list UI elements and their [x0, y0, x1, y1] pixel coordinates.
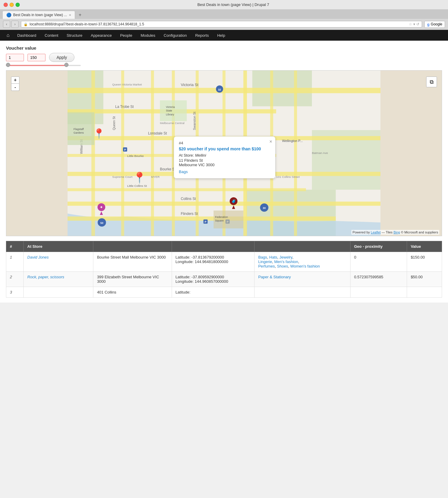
svg-text:Wellington P...: Wellington P... [282, 139, 303, 143]
store-link-rock-paper-scissors[interactable]: Rock, paper, scissors [27, 275, 64, 279]
svg-rect-15 [151, 71, 154, 236]
admin-nav: ⌂ Dashboard Content Structure Appearance… [0, 30, 448, 41]
nav-appearance[interactable]: Appearance [87, 30, 116, 41]
reload-icon[interactable]: ↺ [416, 22, 419, 26]
tag-hats[interactable]: Hats [269, 255, 277, 259]
svg-rect-53 [160, 100, 187, 121]
back-button[interactable]: ‹ [3, 21, 10, 28]
popup-address-line2: Melbourne VIC 3000 [179, 163, 214, 167]
row-3-geo [350, 287, 407, 298]
new-tab-button[interactable]: + [76, 11, 84, 19]
window-chrome: Best Deals in town (page View) | Drupal … [0, 0, 448, 10]
tag-lingerie[interactable]: Lingerie [258, 259, 272, 264]
apply-button[interactable]: Apply [49, 53, 74, 62]
nav-content[interactable]: Content [40, 30, 63, 41]
home-nav-button[interactable]: ⌂ [3, 30, 13, 41]
bing-link[interactable]: Bing [394, 230, 400, 234]
map-pin-blue[interactable]: 📍 [133, 172, 146, 184]
tag-perfumes[interactable]: Perfumes [258, 264, 275, 268]
maximize-button[interactable] [16, 3, 20, 7]
nav-dashboard[interactable]: Dashboard [13, 30, 41, 41]
tag-bags[interactable]: Bags [258, 255, 267, 259]
map-layers-button[interactable]: ⧉ [426, 77, 437, 87]
store-link-david-jones[interactable]: David Jones [27, 255, 49, 259]
popup-tag[interactable]: Bags [179, 169, 270, 174]
row-1-geo: 0 [350, 252, 407, 272]
row-2-num: 2 [6, 272, 24, 287]
tag-jewelry[interactable]: Jewelry [279, 255, 292, 259]
row-1-coords: Latitude: -37.813679200000 Longitude: 14… [172, 252, 255, 272]
dropdown-icon[interactable]: ▾ [413, 22, 415, 26]
table-header: # At Store Geo - proximity Value [6, 241, 442, 252]
forward-button[interactable]: › [11, 21, 19, 28]
svg-marker-67 [232, 205, 235, 209]
svg-text:Federation: Federation [215, 216, 228, 219]
row-2-address: 399 Elizabeth Street Melbourne VIC 3000 [93, 272, 172, 287]
table-row: 1 David Jones Bourke Street Mall Melbour… [6, 252, 442, 272]
search-box[interactable]: g Google [424, 21, 445, 28]
nav-people[interactable]: People [116, 30, 136, 41]
table-header-row: # At Store Geo - proximity Value [6, 241, 442, 252]
voucher-min-input[interactable] [6, 54, 24, 61]
map-pin-red[interactable]: 🧳 [229, 197, 238, 211]
svg-text:Library: Library [166, 113, 174, 116]
map-pin-green[interactable]: 📍 [93, 128, 105, 139]
tab-close-button[interactable]: ✕ [69, 13, 71, 17]
voucher-max-input[interactable] [28, 54, 45, 61]
tab-label: Best Deals in town (page View) ... [13, 13, 67, 17]
popup-address: 11 Flinders St Melbourne VIC 3000 [179, 158, 270, 167]
svg-text:101 Collins Street: 101 Collins Street [276, 175, 300, 178]
tag-womens-fashion[interactable]: Women's fashion [290, 264, 320, 268]
map-attribution: Powered by Leaflet — Tiles Bing © Micros… [351, 230, 439, 235]
minimize-button[interactable] [10, 3, 14, 7]
svg-text:Melbourne Central: Melbourne Central [160, 121, 185, 125]
svg-marker-64 [100, 211, 103, 215]
tag-shoes[interactable]: Shoes [277, 264, 288, 268]
svg-text:MYER: MYER [151, 175, 160, 178]
tab-bar: 🔵 Best Deals in town (page View) ... ✕ + [0, 10, 448, 19]
svg-text:32: 32 [218, 88, 221, 91]
zoom-in-button[interactable]: + [11, 77, 19, 84]
svg-text:P: P [205, 220, 206, 223]
voucher-section: Voucher value Apply [6, 45, 442, 67]
window-title: Best Deals in town (page View) | Drupal … [22, 2, 444, 7]
nav-structure[interactable]: Structure [63, 30, 87, 41]
address-bar[interactable]: 🔒 localhost:8888/drupal7/best-deals-in-t… [21, 21, 422, 28]
row-2-coords: Latitude: -37.809592900000 Longitude: 14… [172, 272, 255, 287]
url-text: localhost:8888/drupal7/best-deals-in-tow… [30, 22, 409, 26]
svg-text:Supreme Court: Supreme Court [112, 175, 132, 178]
table-row: 2 Rock, paper, scissors 399 Elizabeth St… [6, 272, 442, 287]
nav-configuration[interactable]: Configuration [159, 30, 191, 41]
range-slider[interactable] [6, 64, 81, 67]
range-thumb-left[interactable] [6, 63, 10, 67]
location-icon: 🔒 [24, 22, 28, 26]
svg-rect-14 [121, 71, 124, 236]
map-container[interactable]: Victoria St La Trobe St Lonsdale St Bour… [6, 70, 442, 236]
nav-help[interactable]: Help [213, 30, 229, 41]
traffic-lights [4, 3, 20, 7]
tag-paper-stationary[interactable]: Paper & Stationary [258, 275, 291, 279]
row-1-num: 1 [6, 252, 24, 272]
zoom-out-button[interactable]: - [11, 84, 19, 91]
browser-tab[interactable]: 🔵 Best Deals in town (page View) ... ✕ [2, 11, 75, 19]
range-fill [6, 65, 66, 66]
svg-text:Victoria St: Victoria St [181, 83, 199, 87]
range-thumb-right[interactable] [64, 63, 68, 67]
svg-text:🧳: 🧳 [231, 199, 237, 204]
tag-mens-fashion[interactable]: Men's fashion [274, 259, 298, 264]
svg-text:✦: ✦ [100, 205, 103, 210]
col-header-coords [172, 241, 255, 252]
address-actions: ☆ ▾ ↺ [409, 22, 419, 26]
col-header-value: Value [407, 241, 442, 252]
popup-close-button[interactable]: × [269, 139, 272, 144]
leaflet-link[interactable]: Leaflet [371, 230, 381, 234]
nav-modules[interactable]: Modules [136, 30, 159, 41]
col-header-address [93, 241, 172, 252]
nav-reports[interactable]: Reports [191, 30, 213, 41]
map-pin-pink[interactable]: ✦ [97, 203, 106, 217]
row-3-coords: Latitude: [172, 287, 255, 298]
close-button[interactable] [4, 3, 8, 7]
svg-text:Little Collins St: Little Collins St [127, 184, 147, 187]
bookmark-icon[interactable]: ☆ [409, 22, 412, 26]
col-header-tags [255, 241, 351, 252]
